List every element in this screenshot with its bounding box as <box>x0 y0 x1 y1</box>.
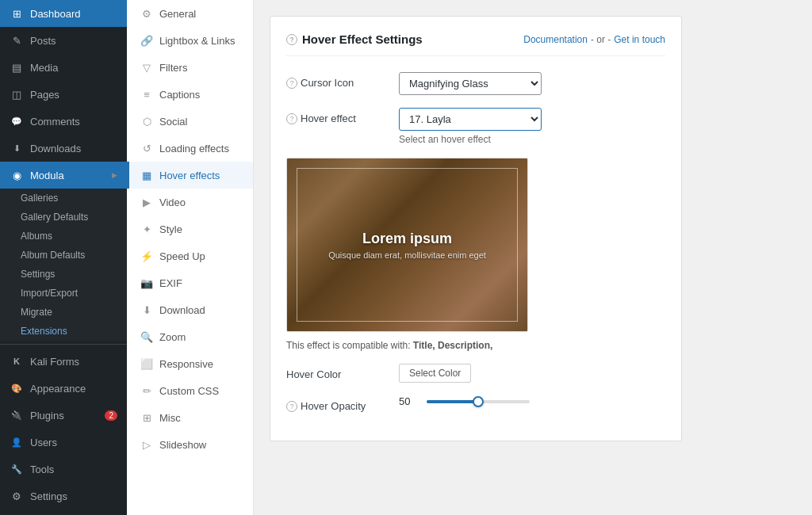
cursor-help-icon[interactable]: ? <box>286 78 297 89</box>
sub-nav-label-filters: Filters <box>159 62 187 74</box>
sidebar-item-comments[interactable]: Comments <box>0 108 127 135</box>
sub-nav-hover[interactable]: ▦ Hover effects <box>127 162 253 189</box>
compat-items: Title, Description, <box>413 340 492 351</box>
sub-nav-label-video: Video <box>159 196 186 208</box>
sidebar-item-settings[interactable]: Settings <box>0 483 127 509</box>
sub-nav-filters[interactable]: ▽ Filters <box>127 54 253 81</box>
slideshow-icon: ▷ <box>140 438 153 451</box>
sub-nav-slideshow[interactable]: ▷ Slideshow <box>127 431 253 458</box>
hover-color-label: Hover Color <box>286 364 389 380</box>
sub-nav-style[interactable]: ✦ Style <box>127 216 253 242</box>
sub-nav-label-exif: EXIF <box>159 277 182 289</box>
submenu-gallery-defaults[interactable]: Gallery Defaults <box>0 208 127 227</box>
sidebar-item-seo[interactable]: SEO <box>0 509 127 515</box>
hover-effect-help-icon[interactable]: ? <box>286 113 297 124</box>
sidebar-item-media[interactable]: Media <box>0 54 127 81</box>
submenu-migrate[interactable]: Migrate <box>0 303 127 322</box>
appearance-icon <box>10 381 24 395</box>
misc-icon: ⊞ <box>140 411 153 424</box>
sidebar-label-appearance: Appearance <box>30 383 86 395</box>
sub-nav-lightbox[interactable]: 🔗 Lightbox & Links <box>127 27 253 54</box>
sidebar-item-posts[interactable]: Posts <box>0 27 127 54</box>
video-icon: ▶ <box>140 196 153 208</box>
sub-nav-responsive[interactable]: ⬜ Responsive <box>127 350 253 377</box>
submenu-extensions[interactable]: Extensions <box>0 322 127 341</box>
opacity-slider-track[interactable] <box>427 400 530 403</box>
plugins-icon <box>10 408 24 422</box>
hover-effect-card: ? Hover Effect Settings Documentation - … <box>270 16 682 441</box>
cursor-label-text: Cursor Icon <box>301 77 354 89</box>
custom-css-icon: ✏ <box>140 384 153 397</box>
compat-text: This effect is compatible with: Title, D… <box>286 340 665 351</box>
filters-icon: ▽ <box>140 61 153 74</box>
hover-effect-select[interactable]: 17. Layla <box>399 108 542 131</box>
submenu-galleries[interactable]: Galleries <box>0 189 127 208</box>
hover-opacity-row: ? Hover Opacity 50 <box>286 395 665 412</box>
admin-navigation: Dashboard Posts Media Pages Comments Dow… <box>0 0 127 515</box>
get-in-touch-link[interactable]: Get in touch <box>614 34 665 45</box>
preview-subtitle: Quisque diam erat, mollisvitae enim eget <box>328 250 486 260</box>
speedup-icon: ⚡ <box>140 250 153 262</box>
sidebar-item-users[interactable]: Users <box>0 429 127 456</box>
sidebar-label-plugins: Plugins <box>30 410 64 422</box>
settings-icon <box>10 489 24 503</box>
users-icon <box>10 435 24 449</box>
documentation-link[interactable]: Documentation <box>523 34 588 45</box>
card-header: ? Hover Effect Settings Documentation - … <box>286 32 665 56</box>
general-icon: ⚙ <box>140 7 153 20</box>
sub-nav-loading[interactable]: ↺ Loading effects <box>127 135 253 162</box>
hover-color-control-wrap: Select Color <box>399 364 665 383</box>
card-title: ? Hover Effect Settings <box>286 32 423 46</box>
sidebar-item-downloads[interactable]: Downloads <box>0 135 127 162</box>
sub-nav-label-loading: Loading effects <box>159 143 229 154</box>
sub-nav-custom-css[interactable]: ✏ Custom CSS <box>127 377 253 404</box>
kali-icon <box>10 354 24 368</box>
sidebar-label-users: Users <box>30 437 57 448</box>
sidebar-item-pages[interactable]: Pages <box>0 81 127 108</box>
sub-navigation: ⚙ General 🔗 Lightbox & Links ▽ Filters ≡… <box>127 0 254 515</box>
sub-nav-misc[interactable]: ⊞ Misc <box>127 404 253 431</box>
sub-nav-label-slideshow: Slideshow <box>159 439 206 451</box>
sidebar-item-dashboard[interactable]: Dashboard <box>0 0 127 27</box>
captions-icon: ≡ <box>140 88 153 101</box>
pages-icon <box>10 87 24 101</box>
sub-nav-video[interactable]: ▶ Video <box>127 189 253 216</box>
sub-nav-exif[interactable]: 📷 EXIF <box>127 269 253 296</box>
sidebar-item-appearance[interactable]: Appearance <box>0 375 127 402</box>
hover-opacity-help-icon[interactable]: ? <box>286 401 297 412</box>
cursor-icon-select[interactable]: Magnifying Glass <box>399 72 542 95</box>
modula-icon <box>10 168 24 182</box>
loading-icon: ↺ <box>140 142 153 154</box>
submenu-album-defaults[interactable]: Album Defaults <box>0 246 127 265</box>
sub-nav-speedup[interactable]: ⚡ Speed Up <box>127 242 253 269</box>
social-icon: ⬡ <box>140 115 153 128</box>
title-help-icon[interactable]: ? <box>286 34 297 45</box>
sub-nav-download[interactable]: ⬇ Download <box>127 296 253 323</box>
sub-nav-captions[interactable]: ≡ Captions <box>127 81 253 108</box>
sidebar-item-kali-forms[interactable]: Kali Forms <box>0 348 127 375</box>
sub-nav-zoom[interactable]: 🔍 Zoom <box>127 323 253 350</box>
modula-submenu: Galleries Gallery Defaults Albums Album … <box>0 189 127 341</box>
opacity-slider-thumb[interactable] <box>473 396 484 407</box>
select-color-button[interactable]: Select Color <box>399 364 471 383</box>
responsive-icon: ⬜ <box>140 357 153 370</box>
sidebar-item-modula[interactable]: Modula ▶ <box>0 162 127 189</box>
sub-nav-label-general: General <box>159 8 196 20</box>
sub-nav-label-hover: Hover effects <box>159 170 220 181</box>
opacity-slider-fill <box>427 400 478 403</box>
sidebar-label-downloads: Downloads <box>30 143 81 154</box>
download-icon: ⬇ <box>140 303 153 316</box>
submenu-settings[interactable]: Settings <box>0 265 127 284</box>
hover-effect-hint: Select an hover effect <box>399 134 665 145</box>
hover-color-label-text: Hover Color <box>286 368 341 380</box>
style-icon: ✦ <box>140 223 153 235</box>
submenu-albums[interactable]: Albums <box>0 227 127 246</box>
sub-nav-label-captions: Captions <box>159 89 200 101</box>
sub-nav-general[interactable]: ⚙ General <box>127 0 253 27</box>
sidebar-item-plugins[interactable]: Plugins 2 <box>0 402 127 429</box>
submenu-import-export[interactable]: Import/Export <box>0 284 127 303</box>
sub-nav-social[interactable]: ⬡ Social <box>127 108 253 135</box>
sidebar-item-tools[interactable]: Tools <box>0 456 127 483</box>
media-icon <box>10 60 24 74</box>
hover-effect-control-wrap: 17. Layla Select an hover effect <box>399 108 665 145</box>
